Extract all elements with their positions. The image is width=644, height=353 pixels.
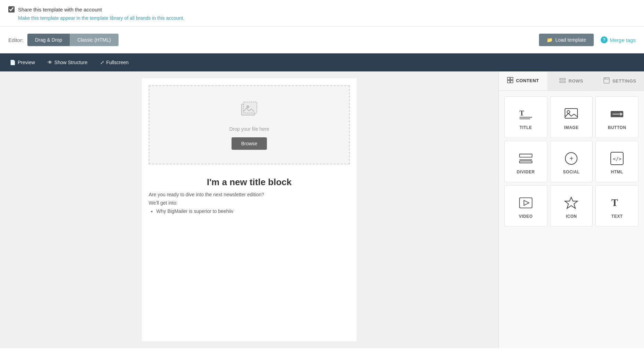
tab-content[interactable]: CONTENT [499,71,547,91]
video-label: VIDEO [519,214,533,219]
preview-button[interactable]: 📄 Preview [3,55,41,70]
svg-rect-8 [560,81,565,83]
sidebar-tabs: CONTENT ROWS [499,71,644,91]
canvas-content: Drop your file here Browse I'm a new tit… [142,78,357,341]
title-label: TITLE [520,125,532,130]
content-item-html[interactable]: </> HTML [595,141,638,182]
svg-marker-25 [524,200,529,206]
svg-rect-3 [507,77,510,80]
fullscreen-icon: ⤢ [100,60,104,65]
canvas-area: Drop your file here Browse I'm a new tit… [0,71,498,348]
tab-classic-html[interactable]: Classic (HTML) [70,34,118,46]
content-tab-icon [507,77,513,84]
drop-zone-text: Drop your file here [229,126,269,132]
load-template-button[interactable]: 📁 Load template [539,34,594,46]
svg-rect-6 [511,80,513,83]
svg-point-2 [246,105,249,108]
rows-tab-icon [559,78,566,84]
html-label: HTML [611,170,623,174]
fullscreen-label: Fullscreen [106,60,129,65]
content-item-image[interactable]: IMAGE [550,96,593,138]
content-grid: T TITLE IMAGE [499,91,644,232]
editor-tabs: Drag & Drop Classic (HTML) [27,34,118,46]
content-item-title[interactable]: T TITLE [504,96,547,138]
image-label: IMAGE [564,125,579,130]
merge-tags-label: Merge tags [610,37,636,43]
svg-text:T: T [611,197,618,208]
html-icon: </> [610,152,624,165]
tab-settings[interactable]: SETTINGS [595,71,644,91]
content-item-button[interactable]: BUTTON [595,96,638,138]
image-placeholder-icon [239,100,260,122]
editor-row: Editor: Drag & Drop Classic (HTML) 📁 Loa… [0,27,644,53]
content-item-social[interactable]: + SOCIAL [550,141,593,182]
icon-label: ICON [566,214,577,219]
preview-icon: 📄 [10,60,16,65]
svg-marker-26 [565,197,577,208]
social-icon: + [564,152,578,165]
drop-zone[interactable]: Drop your file here Browse [149,85,350,164]
title-icon: T [519,107,533,121]
svg-rect-5 [507,80,510,83]
body-text-2: We'll get into: [142,199,357,207]
editor-right: 📁 Load template ? Merge tags [539,34,636,46]
divider-icon [519,152,533,165]
svg-rect-4 [511,77,513,80]
show-structure-label: Show Structure [54,60,88,65]
settings-tab-label: SETTINGS [612,78,636,84]
svg-text:T: T [520,109,524,117]
video-icon [519,196,533,210]
share-description: Make this template appear in the templat… [18,15,636,21]
main-area: Drop your file here Browse I'm a new tit… [0,71,644,348]
share-checkbox[interactable] [8,6,15,12]
top-section: Share this template with the account Mak… [0,0,644,27]
body-text-1: Are you ready to dive into the next news… [142,190,357,199]
content-tab-label: CONTENT [516,78,539,83]
editor-label: Editor: [8,37,23,43]
svg-rect-9 [604,78,609,83]
share-label: Share this template with the account [18,7,102,12]
list-item: Why BigMailer is superior to beehiiv [156,208,350,214]
text-icon: T [610,196,624,210]
title-block: I'm a new title block [142,171,357,190]
svg-rect-19 [520,154,532,157]
svg-text:</>: </> [613,156,621,162]
image-icon [564,107,578,121]
svg-rect-15 [565,109,577,118]
fullscreen-button[interactable]: ⤢ Fullscreen [94,55,135,70]
show-structure-button[interactable]: 👁 Show Structure [41,55,94,70]
svg-rect-24 [520,198,532,208]
button-icon [610,107,624,121]
share-row: Share this template with the account [8,6,636,12]
button-label: BUTTON [608,125,626,130]
content-item-text[interactable]: T TEXT [595,185,638,227]
preview-label: Preview [18,60,35,65]
tab-drag-drop[interactable]: Drag & Drop [27,34,70,46]
rows-tab-label: ROWS [568,78,583,84]
divider-label: DIVIDER [517,170,535,174]
svg-rect-21 [520,161,532,163]
show-structure-icon: 👁 [47,60,52,65]
icon-icon [564,196,578,210]
toolbar: 📄 Preview 👁 Show Structure ⤢ Fullscreen [0,53,644,71]
svg-rect-1 [244,102,257,113]
tab-rows[interactable]: ROWS [547,71,596,91]
content-item-video[interactable]: VIDEO [504,185,547,227]
bullet-list: Why BigMailer is superior to beehiiv [142,207,357,215]
content-item-divider[interactable]: DIVIDER [504,141,547,182]
editor-left: Editor: Drag & Drop Classic (HTML) [8,34,119,46]
settings-tab-icon [603,77,610,85]
text-label: TEXT [611,214,623,219]
load-template-icon: 📁 [547,37,552,43]
load-template-label: Load template [555,37,586,43]
browse-button[interactable]: Browse [232,137,267,150]
merge-tags-link[interactable]: ? Merge tags [601,36,636,43]
content-item-icon[interactable]: ICON [550,185,593,227]
merge-tags-icon: ? [601,36,608,43]
social-label: SOCIAL [563,170,580,174]
svg-rect-7 [560,78,565,80]
sidebar: CONTENT ROWS [498,71,644,348]
